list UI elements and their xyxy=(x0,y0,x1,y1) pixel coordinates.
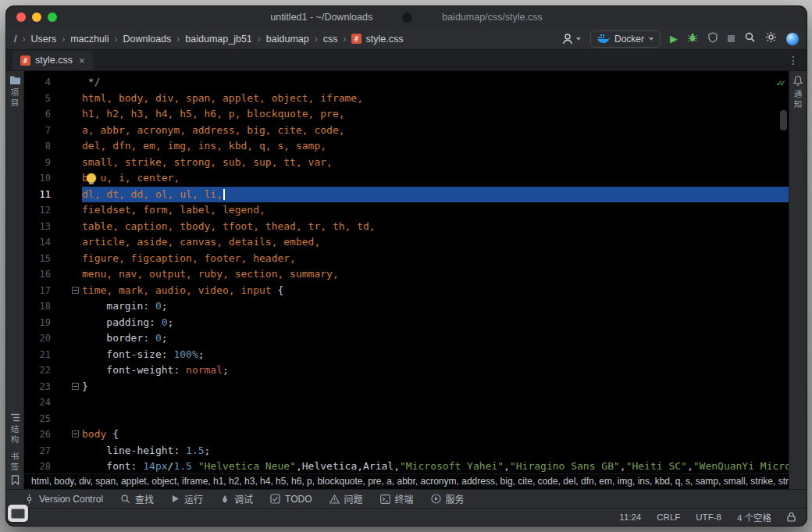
breadcrumb-baidumap-jb51[interactable]: baidumap_jb51 xyxy=(185,34,252,45)
line-number[interactable]: 14 xyxy=(24,234,51,251)
line-number[interactable]: 5 xyxy=(24,91,51,107)
code-line[interactable]: 13table, caption, tbody, tfoot, thead, t… xyxy=(24,219,789,235)
code-line[interactable]: 7a, abbr, acronym, address, big, cite, c… xyxy=(24,123,789,139)
fold-marker-icon[interactable] xyxy=(72,383,79,390)
minimize-window-button[interactable] xyxy=(32,12,41,22)
line-number[interactable]: 7 xyxy=(24,123,51,139)
line-number[interactable]: 11 xyxy=(24,187,51,203)
toolwindow-project-button[interactable]: 项目 xyxy=(9,71,21,112)
profile-button[interactable] xyxy=(561,33,581,45)
line-separator-widget[interactable]: CRLF xyxy=(657,512,680,522)
search-everywhere-button[interactable] xyxy=(744,31,756,46)
line-number[interactable]: 13 xyxy=(24,219,51,235)
breadcrumb-root[interactable]: / xyxy=(14,34,16,45)
close-window-button[interactable] xyxy=(16,12,26,22)
code-line[interactable]: 21 font-size: 100%; xyxy=(24,347,789,363)
code-line[interactable]: 4 */ xyxy=(24,74,789,91)
indent-widget[interactable]: 4 个空格 xyxy=(737,511,771,523)
code-line[interactable]: 26body { xyxy=(24,427,789,443)
breadcrumb-maczhuli[interactable]: maczhuli xyxy=(70,34,109,45)
breadcrumb-css[interactable]: css xyxy=(323,34,338,45)
code-line[interactable]: 22 font-weight: normal; xyxy=(24,362,789,379)
code-line[interactable]: 8del, dfn, em, img, ins, kbd, q, s, samp… xyxy=(24,138,789,155)
line-number[interactable]: 27 xyxy=(24,443,51,459)
close-tab-icon[interactable]: × xyxy=(79,55,85,66)
run-button[interactable]: ▶ xyxy=(670,34,678,44)
code-line[interactable]: 18 margin: 0; xyxy=(24,298,789,315)
code-line[interactable]: 12fieldset, form, label, legend, xyxy=(24,202,789,219)
line-number[interactable]: 8 xyxy=(24,138,51,155)
intention-bulb-icon[interactable] xyxy=(87,173,96,183)
toolwindow-services-button[interactable]: 服务 xyxy=(424,490,472,508)
breadcrumb-style-css[interactable]: # style.css xyxy=(351,34,403,45)
code-line[interactable]: 16menu, nav, output, ruby, section, summ… xyxy=(24,266,789,283)
toolwindow-version-control-button[interactable]: Version Control xyxy=(17,490,110,508)
line-number[interactable]: 22 xyxy=(24,362,51,379)
code-line[interactable]: 9small, strike, strong, sub, sup, tt, va… xyxy=(24,155,789,171)
scrollbar-thumb[interactable] xyxy=(780,110,787,130)
line-number[interactable]: 26 xyxy=(24,427,51,443)
toolwindow-debug-button[interactable]: 调试 xyxy=(213,490,260,508)
line-number[interactable]: 17 xyxy=(24,283,51,299)
line-number[interactable]: 25 xyxy=(24,411,51,427)
line-number[interactable]: 21 xyxy=(24,347,51,363)
line-number[interactable]: 9 xyxy=(24,155,51,171)
debug-button[interactable] xyxy=(687,32,698,46)
code-line[interactable]: 24 xyxy=(24,395,789,411)
assistant-sphere-icon[interactable] xyxy=(786,33,799,45)
toolwindow-bookmarks-button[interactable]: 书签 xyxy=(9,448,21,489)
code-line[interactable]: 17time, mark, audio, video, input { xyxy=(24,283,789,299)
toolwindow-find-button[interactable]: 查找 xyxy=(113,490,161,508)
code-line[interactable]: 23} xyxy=(24,379,789,395)
line-number[interactable]: 20 xyxy=(24,330,51,347)
toolwindow-run-button[interactable]: 运行 xyxy=(164,490,210,508)
read-only-toggle[interactable] xyxy=(787,512,796,523)
coverage-button[interactable] xyxy=(707,32,718,46)
line-number[interactable]: 23 xyxy=(24,379,51,395)
code-line[interactable]: 14article, aside, canvas, details, embed… xyxy=(24,234,789,251)
fullscreen-window-button[interactable] xyxy=(48,12,57,22)
code-line[interactable]: 5html, body, div, span, applet, object, … xyxy=(24,91,789,107)
breadcrumb-users[interactable]: Users xyxy=(30,34,56,45)
code-line[interactable]: 19 padding: 0; xyxy=(24,315,789,331)
tab-style-css[interactable]: # style.css × xyxy=(12,51,93,70)
code-line[interactable]: 11dl, dt, dd, ol, ul, li, xyxy=(24,187,789,203)
settings-button[interactable] xyxy=(765,31,777,46)
window-preview-icon[interactable] xyxy=(8,505,28,522)
editor-breadcrumbs-bar[interactable]: html, body, div, span, applet, object, i… xyxy=(24,473,789,489)
line-number[interactable]: 16 xyxy=(24,266,51,283)
toolwindow-terminal-button[interactable]: 终端 xyxy=(373,490,421,508)
toolwindow-structure-button[interactable]: 结构 xyxy=(9,409,21,448)
line-number[interactable]: 10 xyxy=(24,170,51,187)
fold-marker-icon[interactable] xyxy=(72,287,79,294)
code-line[interactable]: 20 border: 0; xyxy=(24,330,789,347)
line-number[interactable]: 15 xyxy=(24,251,51,267)
toolwindow-problems-button[interactable]: 问题 xyxy=(322,490,370,508)
code-line[interactable]: 15figure, figcaption, footer, header, xyxy=(24,251,789,267)
breadcrumb-downloads[interactable]: Downloads xyxy=(123,34,171,45)
code-line[interactable]: 6h1, h2, h3, h4, h5, h6, p, blockquote, … xyxy=(24,106,789,123)
toolwindow-notifications-button[interactable]: 通知 xyxy=(792,71,804,113)
line-number[interactable]: 28 xyxy=(24,459,51,473)
line-number[interactable]: 4 xyxy=(24,74,51,91)
breadcrumb-baidumap[interactable]: baidumap xyxy=(266,34,309,45)
run-configuration-select[interactable]: Docker xyxy=(590,30,661,48)
line-number[interactable]: 24 xyxy=(24,395,51,411)
stop-button[interactable] xyxy=(728,35,735,42)
line-number[interactable]: 19 xyxy=(24,315,51,331)
toolwindow-todo-button[interactable]: TODO xyxy=(263,490,319,508)
line-number[interactable]: 6 xyxy=(24,106,51,123)
code-line[interactable]: 27 line-height: 1.5; xyxy=(24,443,789,459)
line-number[interactable]: 12 xyxy=(24,202,51,219)
encoding-widget[interactable]: UTF-8 xyxy=(696,512,721,522)
line-number[interactable]: 18 xyxy=(24,298,51,315)
fold-marker-icon[interactable] xyxy=(72,430,79,437)
code-line[interactable]: 25 xyxy=(24,411,789,427)
code-line[interactable]: 10b, u, i, center, xyxy=(24,170,789,187)
code-editor[interactable]: 4 */5html, body, div, span, applet, obje… xyxy=(24,71,789,473)
caret-position-widget[interactable]: 11:24 xyxy=(619,512,641,522)
inspections-check-icon[interactable]: ✓✓ xyxy=(777,77,783,88)
code-line[interactable]: 28 font: 14px/1.5 "Helvetica Neue",Helve… xyxy=(24,459,789,473)
css-file-icon: # xyxy=(351,34,361,44)
more-icon[interactable]: ⋮ xyxy=(780,54,807,66)
